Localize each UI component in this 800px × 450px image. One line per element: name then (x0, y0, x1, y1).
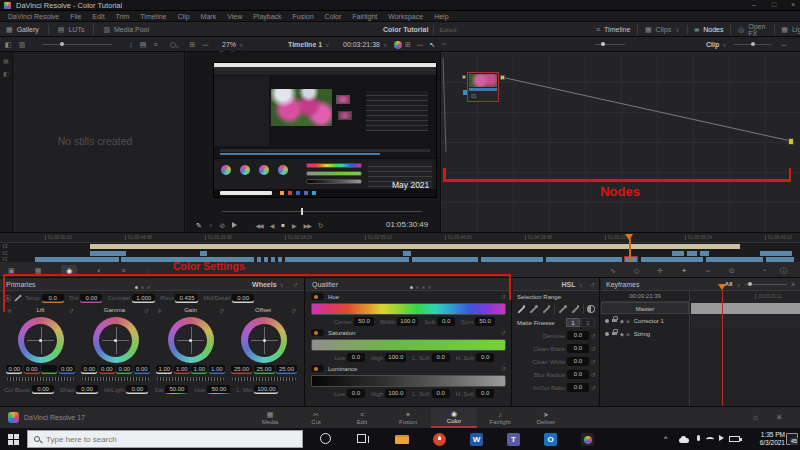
lock-icon[interactable] (612, 332, 617, 336)
node-output-square[interactable] (500, 75, 505, 80)
gain-b-value[interactable]: 1.00 (209, 365, 225, 374)
viewer-more-icon[interactable]: ••• (417, 42, 423, 48)
taskbar-time[interactable]: 1:35 PM (761, 431, 785, 439)
battery-icon[interactable] (729, 436, 740, 442)
hue-center-value[interactable]: 50.0 (354, 317, 374, 326)
lum-mix-value[interactable]: 100.00 (254, 385, 278, 394)
keyframes-filter-chevron-icon[interactable]: ∨ (737, 281, 741, 288)
play-icon[interactable]: ▶ (292, 222, 297, 229)
in-out-ratio-reset-icon[interactable]: ↺ (591, 384, 596, 391)
list-view-icon[interactable]: ▤ (140, 41, 147, 48)
keyframes-timeline[interactable]: 00:03:23:12 (691, 291, 800, 406)
task-view-icon[interactable] (357, 434, 366, 443)
luminance-toggle[interactable] (311, 365, 324, 372)
more-options-icon[interactable]: ••• (202, 42, 208, 48)
wb-picker-icon[interactable] (14, 294, 22, 302)
nodes-panel[interactable]: 01 (440, 52, 800, 232)
clip-v2[interactable] (90, 251, 126, 256)
gain-wheel[interactable] (168, 317, 214, 363)
denoise-value[interactable]: 0.0 (567, 331, 589, 340)
hue-toggle[interactable] (311, 293, 324, 300)
notification-center-icon[interactable]: 45 (786, 433, 798, 445)
clip-v2[interactable] (403, 251, 411, 256)
sat-hsoft-value[interactable]: 0.0 (476, 353, 494, 362)
offset-wheel[interactable] (241, 317, 287, 363)
gamma-wheel[interactable] (93, 317, 139, 363)
mute-icon[interactable] (232, 222, 240, 228)
corrector-node[interactable]: 01 (467, 72, 499, 102)
menu-clip[interactable]: Clip (178, 13, 190, 20)
lum-hsoft-value[interactable]: 0.0 (476, 389, 494, 398)
step-back-icon[interactable]: ◀ (270, 222, 275, 229)
luminance-range-strip[interactable] (311, 375, 506, 387)
keyframes-track-corrector[interactable]: ◆ ▶ Corrector 1 (601, 314, 689, 327)
clip-more-icon[interactable]: ••• (781, 42, 787, 48)
lock-icon[interactable] (612, 319, 617, 323)
softness-add-icon[interactable] (571, 304, 580, 314)
motion-effects-icon[interactable]: ◌ (146, 267, 150, 274)
brave-icon[interactable] (433, 433, 446, 446)
diamond-icon[interactable]: ◆ (620, 331, 624, 337)
lift-g-value[interactable] (41, 365, 57, 374)
media-pool-button[interactable]: Media Pool (114, 26, 149, 33)
grid-view-icon[interactable]: ▥ (19, 41, 26, 48)
clip-v3[interactable] (90, 244, 740, 249)
lum-low-value[interactable]: 0.0 (347, 389, 365, 398)
scopes-icon[interactable]: ◔ (762, 267, 766, 274)
wifi-icon[interactable] (706, 437, 714, 442)
search-input[interactable] (46, 435, 246, 444)
camera-raw-icon[interactable]: ▣ (8, 267, 15, 274)
thumb-view-icon[interactable]: ≡ (153, 41, 157, 48)
saturation-range-strip[interactable] (311, 339, 506, 351)
menu-playback[interactable]: Playback (253, 13, 281, 20)
file-explorer-icon[interactable] (395, 435, 409, 444)
rgb-mixer-icon[interactable]: ≡ (122, 267, 126, 274)
clip-selector[interactable]: Clip (706, 41, 719, 48)
offset-reset-icon[interactable]: ↺ (291, 307, 296, 314)
go-to-start-icon[interactable]: ◀◀ (255, 222, 262, 229)
grab-still-chevron-icon[interactable]: ∨ (209, 222, 213, 228)
sat-low-value[interactable]: 0.0 (347, 353, 365, 362)
menu-view[interactable]: View (227, 13, 242, 20)
diamond-icon[interactable]: ◆ (620, 318, 624, 324)
selection-mode-chevron-icon[interactable]: ∨ (579, 281, 583, 288)
hue-reset-icon[interactable]: ↺ (501, 293, 506, 300)
cortana-icon[interactable] (320, 433, 331, 444)
menu-timeline[interactable]: Timeline (140, 13, 166, 20)
in-out-ratio-value[interactable]: 0.0 (567, 383, 589, 392)
blur-radius-reset-icon[interactable]: ↺ (591, 371, 596, 378)
close-icon[interactable]: × (791, 1, 795, 8)
video-frame[interactable]: May 2021 (213, 62, 437, 198)
gamma-r-value[interactable]: 0.00 (99, 365, 115, 374)
lift-y-value[interactable]: 0.00 (6, 365, 22, 374)
albums-tab-icon[interactable]: ◧ (3, 70, 9, 77)
viewer-scrub-slider[interactable] (595, 44, 625, 45)
clip-v2[interactable] (700, 251, 709, 256)
hand-tool-icon[interactable]: ☞ (441, 41, 447, 48)
lift-reset-icon[interactable]: ↺ (69, 307, 74, 314)
lightbox-button[interactable]: Lightbox (792, 26, 800, 33)
hilight-value[interactable]: 0.00 (126, 385, 148, 394)
gain-master-wheel[interactable] (157, 377, 224, 381)
menu-workspace[interactable]: Workspace (388, 13, 423, 20)
gallery-button[interactable]: Gallery (17, 26, 39, 33)
gallery-zoom-slider[interactable] (42, 44, 112, 45)
lift-crosshair-icon[interactable]: ✛ (7, 307, 12, 314)
page-cut[interactable]: ✂ Cut (293, 407, 339, 428)
curves-icon[interactable]: ∿ (610, 267, 616, 274)
word-icon[interactable]: W (470, 433, 483, 446)
gain-r-value[interactable]: 1.00 (174, 365, 190, 374)
selection-reset-icon[interactable]: ↺ (590, 281, 595, 288)
key-icon[interactable]: ⊙ (729, 267, 735, 274)
auto-balance-icon[interactable]: Ⓐ (4, 295, 11, 302)
settings-gear-icon[interactable]: ✳ (776, 413, 783, 422)
tray-expand-icon[interactable]: ^ (664, 435, 667, 442)
hue-range-strip[interactable] (311, 303, 506, 315)
node-rgb-input[interactable] (463, 90, 467, 95)
page-fairlight[interactable]: ♪ Fairlight (477, 407, 523, 428)
offset-g-value[interactable]: 25.00 (254, 365, 275, 374)
offset-r-value[interactable]: 25.00 (231, 365, 252, 374)
clean-black-reset-icon[interactable]: ↺ (591, 345, 596, 352)
outlook-icon[interactable]: O (544, 433, 557, 446)
onedrive-icon[interactable] (679, 438, 689, 443)
